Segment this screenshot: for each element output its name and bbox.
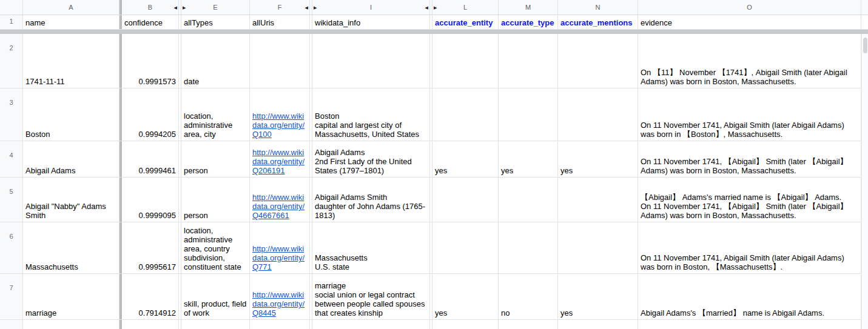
cell-I5[interactable]: Abigail Adams Smith daughter of John Ada… bbox=[312, 178, 430, 222]
cell-B7[interactable]: 0.7914912 bbox=[122, 274, 179, 319]
cell-E3[interactable]: location, administrative area, city bbox=[181, 88, 250, 141]
cell-F6[interactable]: http://www.wikidata.org/entity/Q771 bbox=[250, 222, 310, 273]
cell-A2[interactable]: 1741-11-11 bbox=[23, 34, 119, 88]
cell-B8[interactable] bbox=[122, 320, 179, 329]
cell-I8[interactable] bbox=[312, 320, 430, 329]
wikidata-link[interactable]: http://www.wikidata.org/entity/Q100 bbox=[252, 111, 307, 139]
cell-L1[interactable]: accurate_entity bbox=[432, 15, 499, 29]
cell-O3[interactable]: On 11 November 1741, Abigail Smith (late… bbox=[638, 88, 861, 141]
cell-N1[interactable]: accurate_mentions bbox=[558, 15, 638, 29]
row-header-4[interactable]: 4 bbox=[0, 141, 23, 177]
cell-F7[interactable]: http://www.wikidata.org/entity/Q8445 bbox=[250, 274, 310, 319]
cell-F3[interactable]: http://www.wikidata.org/entity/Q100 bbox=[250, 88, 310, 141]
wikidata-link[interactable]: http://www.wikidata.org/entity/Q8445 bbox=[252, 290, 307, 317]
col-header-L[interactable]: ▶L bbox=[432, 0, 499, 15]
row-header-3[interactable]: 3 bbox=[0, 88, 23, 141]
cell-E2[interactable]: date bbox=[181, 34, 250, 88]
row-header-7[interactable]: 7 bbox=[0, 274, 23, 319]
cell-E4[interactable]: person bbox=[181, 141, 250, 177]
cell-L2[interactable] bbox=[432, 34, 499, 88]
cell-F1[interactable]: allUris bbox=[250, 15, 310, 29]
expand-hidden-columns-cd-icon[interactable]: ▶ bbox=[183, 5, 186, 10]
vertical-scrollbar[interactable] bbox=[861, 34, 868, 329]
select-all-corner[interactable] bbox=[0, 0, 23, 15]
cell-A4[interactable]: Abigail Adams bbox=[23, 141, 119, 177]
cell-B3[interactable]: 0.9994205 bbox=[122, 88, 179, 141]
cell-M1[interactable]: accurate_type bbox=[499, 15, 558, 29]
cell-O4[interactable]: On 11 November 1741, 【Abigail】 Smith (la… bbox=[638, 141, 861, 177]
cell-M5[interactable] bbox=[499, 178, 558, 222]
col-header-B[interactable]: B◀ bbox=[122, 0, 179, 15]
cell-E1[interactable]: allTypes bbox=[181, 15, 250, 29]
expand-hidden-columns-cd-icon[interactable]: ◀ bbox=[174, 5, 177, 10]
cell-I2[interactable] bbox=[312, 34, 430, 88]
cell-B4[interactable]: 0.9999461 bbox=[122, 141, 179, 177]
wikidata-link[interactable]: http://www.wikidata.org/entity/Q4667661 bbox=[252, 193, 307, 220]
cell-A3[interactable]: Boston bbox=[23, 88, 119, 141]
cell-O5[interactable]: 【Abigail】 Adams's married name is 【Abiga… bbox=[638, 178, 861, 222]
col-header-E[interactable]: ▶E bbox=[181, 0, 250, 15]
cell-N4[interactable]: yes bbox=[558, 141, 638, 177]
cell-A7[interactable]: marriage bbox=[23, 274, 119, 319]
cell-M4[interactable]: yes bbox=[499, 141, 558, 177]
cell-E6[interactable]: location, administrative area, country s… bbox=[181, 222, 250, 273]
cell-O2[interactable]: On 【11】 November 【1741】, Abigail Smith (… bbox=[638, 34, 861, 88]
cell-I7[interactable]: marriage social union or legal contract … bbox=[312, 274, 430, 319]
cell-N8[interactable] bbox=[558, 320, 638, 329]
cell-N7[interactable]: yes bbox=[558, 274, 638, 319]
expand-hidden-columns-gh-icon[interactable]: ▶ bbox=[314, 5, 317, 10]
row-header-2[interactable]: 2 bbox=[0, 34, 23, 88]
cell-A1[interactable]: name bbox=[23, 15, 119, 29]
cell-B1[interactable]: confidence bbox=[122, 15, 179, 29]
row-header-1[interactable]: 1 bbox=[0, 15, 23, 29]
row-header-6[interactable]: 6 bbox=[0, 222, 23, 273]
cell-I4[interactable]: Abigail Adams 2nd First Lady of the Unit… bbox=[312, 141, 430, 177]
cell-O6[interactable]: On 11 November 1741, Abigail Smith (late… bbox=[638, 222, 861, 273]
col-header-I[interactable]: ▶I◀ bbox=[312, 0, 430, 15]
expand-hidden-columns-jk-icon[interactable]: ▶ bbox=[434, 5, 437, 10]
cell-A6[interactable]: Massachusetts bbox=[23, 222, 119, 273]
expand-hidden-columns-gh-icon[interactable]: ◀ bbox=[305, 5, 308, 10]
scrollbar-thumb[interactable] bbox=[863, 38, 867, 53]
cell-L3[interactable] bbox=[432, 88, 499, 141]
cell-N3[interactable] bbox=[558, 88, 638, 141]
cell-M8[interactable] bbox=[499, 320, 558, 329]
cell-L8[interactable] bbox=[432, 320, 499, 329]
wikidata-link[interactable]: http://www.wikidata.org/entity/Q206191 bbox=[252, 148, 307, 175]
cell-I3[interactable]: Boston capital and largest city of Massa… bbox=[312, 88, 430, 141]
cell-M2[interactable] bbox=[499, 34, 558, 88]
cell-L4[interactable]: yes bbox=[432, 141, 499, 177]
cell-L5[interactable] bbox=[432, 178, 499, 222]
cell-M3[interactable] bbox=[499, 88, 558, 141]
cell-O8[interactable] bbox=[638, 320, 861, 329]
cell-B2[interactable]: 0.9991573 bbox=[122, 34, 179, 88]
expand-hidden-columns-jk-icon[interactable]: ◀ bbox=[425, 5, 428, 10]
cell-M7[interactable]: no bbox=[499, 274, 558, 319]
row-header-5[interactable]: 5 bbox=[0, 178, 23, 222]
cell-I1[interactable]: wikidata_info bbox=[312, 15, 430, 29]
row-header-8[interactable] bbox=[0, 320, 23, 329]
cell-M6[interactable] bbox=[499, 222, 558, 273]
cell-E8[interactable] bbox=[181, 320, 250, 329]
cell-A5[interactable]: Abigail "Nabby" Adams Smith bbox=[23, 178, 119, 222]
cell-E7[interactable]: skill, product, field of work bbox=[181, 274, 250, 319]
col-header-N[interactable]: N bbox=[558, 0, 638, 15]
wikidata-link[interactable]: http://www.wikidata.org/entity/Q771 bbox=[252, 244, 307, 271]
cell-O7[interactable]: Abigail Adams's 【married】 name is Abigai… bbox=[638, 274, 861, 319]
col-header-O[interactable]: O bbox=[638, 0, 861, 15]
cell-L7[interactable]: yes bbox=[432, 274, 499, 319]
cell-F2[interactable] bbox=[250, 34, 310, 88]
cell-N5[interactable] bbox=[558, 178, 638, 222]
cell-B6[interactable]: 0.9995617 bbox=[122, 222, 179, 273]
cell-E5[interactable]: person bbox=[181, 178, 250, 222]
cell-F5[interactable]: http://www.wikidata.org/entity/Q4667661 bbox=[250, 178, 310, 222]
cell-F8[interactable] bbox=[250, 320, 310, 329]
cell-A8[interactable] bbox=[23, 320, 119, 329]
col-header-M[interactable]: M bbox=[499, 0, 558, 15]
cell-I6[interactable]: Massachusetts U.S. state bbox=[312, 222, 430, 273]
cell-B5[interactable]: 0.9999095 bbox=[122, 178, 179, 222]
col-header-A[interactable]: A bbox=[23, 0, 119, 15]
cell-F4[interactable]: http://www.wikidata.org/entity/Q206191 bbox=[250, 141, 310, 177]
cell-O1[interactable]: evidence bbox=[638, 15, 861, 29]
cell-L6[interactable] bbox=[432, 222, 499, 273]
